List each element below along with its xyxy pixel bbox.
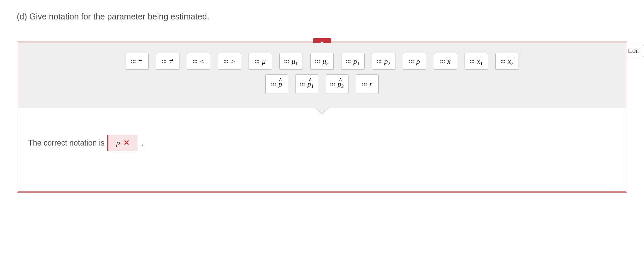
symbol-tile-phat[interactable]: p∧ [265, 74, 288, 94]
drag-handle-icon [470, 60, 474, 63]
symbol-tile-mu2[interactable]: μ2 [310, 53, 334, 70]
symbol-tile-greater-than[interactable]: > [218, 53, 241, 70]
symbol-tile-phat1[interactable]: p∧1 [296, 74, 318, 94]
symbol-not-equals-glyph: ≠ [169, 57, 173, 66]
drag-handle-icon [224, 60, 228, 63]
symbol-tile-xbar[interactable]: x [434, 53, 457, 70]
drag-handle-icon [440, 60, 445, 63]
symbol-rho-glyph: ρ [416, 57, 420, 66]
palette-pointer-fill [315, 108, 329, 114]
drag-handle-icon [377, 60, 381, 63]
incorrect-icon: ✕ [123, 139, 129, 147]
symbol-phat-glyph: p∧ [278, 80, 282, 89]
drag-handle-icon [346, 60, 351, 63]
drag-handle-icon [409, 60, 414, 63]
symbol-xbar2-glyph: x2 [508, 57, 514, 66]
symbol-tile-phat2[interactable]: p∧2 [326, 74, 348, 94]
answer-suffix: . [142, 139, 144, 148]
palette-row-2: p∧p∧1p∧2r [28, 74, 616, 94]
symbol-equals-glyph: = [138, 57, 142, 66]
symbol-phat2-glyph: p∧2 [337, 80, 344, 89]
symbol-r-glyph: r [369, 80, 372, 89]
symbol-xbar1-glyph: x1 [477, 57, 483, 66]
drag-handle-icon [193, 60, 197, 63]
symbol-palette: =≠<>μμ1μ2p1p2ρxx1x2 p∧p∧1p∧2r [18, 43, 626, 108]
drag-handle-icon [162, 60, 166, 63]
answer-sentence: The correct notation is p ✕ . [18, 108, 626, 191]
drag-handle-icon [330, 83, 335, 86]
symbol-p1-glyph: p1 [353, 57, 360, 66]
symbol-tile-mu[interactable]: μ [249, 53, 272, 70]
question-text: (d) Give notation for the parameter bein… [17, 12, 627, 21]
palette-row-1: =≠<>μμ1μ2p1p2ρxx1x2 [28, 53, 616, 70]
answer-prefix: The correct notation is [28, 139, 105, 148]
symbol-tile-rho[interactable]: ρ [403, 53, 426, 70]
symbol-tile-equals[interactable]: = [125, 53, 149, 70]
answer-container: Edit =≠<>μμ1μ2p1p2ρxx1x2 p∧p∧1p∧2r The c… [17, 42, 627, 193]
symbol-greater-than-glyph: > [231, 57, 235, 66]
symbol-mu1-glyph: μ1 [291, 57, 298, 66]
symbol-mu-glyph: μ [262, 57, 266, 66]
drag-handle-icon [362, 83, 367, 86]
symbol-tile-r[interactable]: r [356, 74, 379, 94]
drag-handle-icon [501, 60, 505, 63]
symbol-tile-p1[interactable]: p1 [341, 53, 365, 70]
symbol-tile-p2[interactable]: p2 [372, 53, 395, 70]
symbol-tile-less-than[interactable]: < [187, 53, 210, 70]
drag-handle-icon [255, 60, 259, 63]
drag-handle-icon [284, 60, 289, 63]
drag-handle-icon [315, 60, 320, 63]
answer-drop-slot[interactable]: p ✕ [107, 135, 138, 151]
symbol-less-than-glyph: < [200, 57, 204, 66]
symbol-tile-mu1[interactable]: μ1 [279, 53, 303, 70]
drag-handle-icon [271, 83, 276, 86]
dropped-symbol: p [116, 139, 120, 147]
symbol-tile-xbar1[interactable]: x1 [465, 53, 488, 70]
drag-handle-icon [300, 83, 305, 86]
symbol-mu2-glyph: μ2 [322, 57, 329, 66]
symbol-phat1-glyph: p∧1 [307, 80, 314, 89]
symbol-p2-glyph: p2 [384, 57, 390, 66]
symbol-tile-not-equals[interactable]: ≠ [156, 53, 179, 70]
symbol-tile-xbar2[interactable]: x2 [495, 53, 519, 70]
answer-box: =≠<>μμ1μ2p1p2ρxx1x2 p∧p∧1p∧2r The correc… [17, 42, 627, 193]
drag-handle-icon [131, 60, 136, 63]
symbol-xbar-glyph: x [447, 57, 451, 66]
